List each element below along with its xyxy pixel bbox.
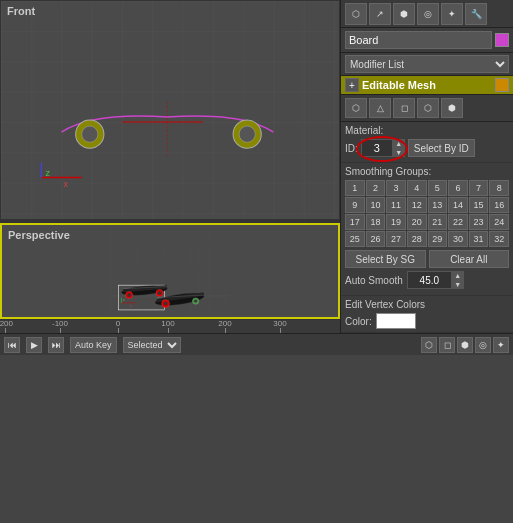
viewport-perspective[interactable]: Perspective z x bbox=[0, 223, 340, 319]
editable-mesh-icon bbox=[495, 78, 509, 92]
sg-btn-7[interactable]: 7 bbox=[469, 180, 489, 196]
ruler-label-0: -200 bbox=[0, 319, 13, 328]
bottom-icon-group: ⬡ ◻ ⬢ ◎ ✦ bbox=[421, 337, 509, 353]
material-row: ID: ▲ ▼ Select By ID bbox=[345, 139, 509, 157]
sg-btn-25[interactable]: 25 bbox=[345, 231, 365, 247]
svg-point-25 bbox=[158, 291, 162, 295]
sg-btn-21[interactable]: 21 bbox=[428, 214, 448, 230]
panel-icon-systems[interactable]: ✦ bbox=[441, 3, 463, 25]
viewport-area: Front z x bbox=[0, 0, 340, 333]
sub-icon-edge[interactable]: △ bbox=[369, 98, 391, 118]
sg-btn-11[interactable]: 11 bbox=[386, 197, 406, 213]
id-spinner-btns: ▲ ▼ bbox=[393, 139, 405, 157]
id-label: ID: bbox=[345, 143, 358, 154]
panel-icon-camera[interactable]: ⬢ bbox=[393, 3, 415, 25]
svg-point-31 bbox=[194, 300, 197, 303]
bottom-icon-3[interactable]: ⬢ bbox=[457, 337, 473, 353]
sg-btn-10[interactable]: 10 bbox=[366, 197, 386, 213]
sg-btn-12[interactable]: 12 bbox=[407, 197, 427, 213]
ruler-bar: -200 -100 0 100 200 300 bbox=[0, 319, 340, 333]
svg-text:z: z bbox=[45, 168, 50, 178]
bottom-icon-1[interactable]: ⬡ bbox=[421, 337, 437, 353]
select-by-id-button[interactable]: Select By ID bbox=[408, 139, 475, 157]
sg-btn-32[interactable]: 32 bbox=[489, 231, 509, 247]
properties-scroll[interactable]: Material: ID: ▲ ▼ bbox=[341, 122, 513, 333]
perspective-label: Perspective bbox=[8, 229, 70, 241]
editable-mesh-expand[interactable]: + bbox=[345, 78, 359, 92]
sg-btn-2[interactable]: 2 bbox=[366, 180, 386, 196]
sg-btn-29[interactable]: 29 bbox=[428, 231, 448, 247]
board-color-swatch[interactable] bbox=[495, 33, 509, 47]
bottom-icon-5[interactable]: ✦ bbox=[493, 337, 509, 353]
sg-btn-22[interactable]: 22 bbox=[448, 214, 468, 230]
sub-icon-element[interactable]: ⬢ bbox=[441, 98, 463, 118]
sg-btn-4[interactable]: 4 bbox=[407, 180, 427, 196]
sub-icon-face[interactable]: ◻ bbox=[393, 98, 415, 118]
auto-smooth-input[interactable] bbox=[407, 271, 452, 289]
sub-icon-poly[interactable]: ⬡ bbox=[417, 98, 439, 118]
sg-btn-15[interactable]: 15 bbox=[469, 197, 489, 213]
auto-smooth-spin-up[interactable]: ▲ bbox=[452, 271, 464, 280]
panel-icon-shapes[interactable]: ⬡ bbox=[345, 3, 367, 25]
viewport-front[interactable]: Front z x bbox=[0, 0, 340, 220]
sub-icon-vertex[interactable]: ⬡ bbox=[345, 98, 367, 118]
sg-btn-28[interactable]: 28 bbox=[407, 231, 427, 247]
board-name-input[interactable]: Board bbox=[345, 31, 492, 49]
clear-all-button[interactable]: Clear All bbox=[429, 250, 510, 268]
svg-point-9 bbox=[239, 126, 255, 142]
status-select[interactable]: Selected bbox=[123, 337, 181, 353]
modifier-list-select[interactable]: Modifier List bbox=[345, 55, 509, 73]
status-bar: ⏮ ▶ ⏭ Auto Key Selected ⬡ ◻ ⬢ ◎ ✦ bbox=[0, 333, 513, 355]
sg-btn-6[interactable]: 6 bbox=[448, 180, 468, 196]
svg-point-23 bbox=[127, 293, 131, 297]
sg-btn-27[interactable]: 27 bbox=[386, 231, 406, 247]
play-prev-btn[interactable]: ⏮ bbox=[4, 337, 20, 353]
sg-btn-13[interactable]: 13 bbox=[428, 197, 448, 213]
sg-btn-9[interactable]: 9 bbox=[345, 197, 365, 213]
sg-btn-1[interactable]: 1 bbox=[345, 180, 365, 196]
id-spin-up[interactable]: ▲ bbox=[393, 139, 405, 148]
modifier-list-row: Modifier List bbox=[341, 53, 513, 76]
ruler-label-2: 0 bbox=[116, 319, 120, 328]
front-label: Front bbox=[7, 5, 35, 17]
select-by-sg-button[interactable]: Select By SG bbox=[345, 250, 426, 268]
panel-icon-helpers[interactable]: ◎ bbox=[417, 3, 439, 25]
auto-key-button[interactable]: Auto Key bbox=[70, 337, 117, 353]
play-btn[interactable]: ▶ bbox=[26, 337, 42, 353]
right-panel: ⬡ ↗ ⬢ ◎ ✦ 🔧 Board Modifier List + bbox=[340, 0, 513, 333]
smoothing-section: Smoothing Groups: 1 2 3 4 5 6 7 8 9 10 1… bbox=[341, 163, 513, 296]
sg-btn-14[interactable]: 14 bbox=[448, 197, 468, 213]
sg-btn-3[interactable]: 3 bbox=[386, 180, 406, 196]
sg-btn-19[interactable]: 19 bbox=[386, 214, 406, 230]
auto-smooth-spin-down[interactable]: ▼ bbox=[452, 280, 464, 289]
board-name-row: Board bbox=[341, 28, 513, 53]
sg-btn-8[interactable]: 8 bbox=[489, 180, 509, 196]
panel-icon-tools[interactable]: 🔧 bbox=[465, 3, 487, 25]
id-input[interactable] bbox=[361, 139, 393, 157]
bottom-icon-2[interactable]: ◻ bbox=[439, 337, 455, 353]
play-next-btn[interactable]: ⏭ bbox=[48, 337, 64, 353]
smoothing-grid: 1 2 3 4 5 6 7 8 9 10 11 12 13 14 bbox=[345, 180, 509, 247]
sg-btn-16[interactable]: 16 bbox=[489, 197, 509, 213]
sg-btn-31[interactable]: 31 bbox=[469, 231, 489, 247]
sg-btn-18[interactable]: 18 bbox=[366, 214, 386, 230]
evc-color-row: Color: bbox=[345, 313, 509, 329]
evc-color-swatch[interactable] bbox=[376, 313, 416, 329]
ruler-label-3: 100 bbox=[161, 319, 174, 328]
sg-btn-5[interactable]: 5 bbox=[428, 180, 448, 196]
sg-btn-20[interactable]: 20 bbox=[407, 214, 427, 230]
sg-btn-23[interactable]: 23 bbox=[469, 214, 489, 230]
evc-color-label: Color: bbox=[345, 316, 372, 327]
sg-btn-30[interactable]: 30 bbox=[448, 231, 468, 247]
material-section: Material: ID: ▲ ▼ bbox=[341, 122, 513, 163]
panel-icon-bar: ⬡ ↗ ⬢ ◎ ✦ 🔧 bbox=[341, 0, 513, 28]
auto-smooth-input-wrap: ▲ ▼ bbox=[407, 271, 464, 289]
svg-text:x: x bbox=[64, 179, 69, 189]
id-field-wrap: ▲ ▼ bbox=[361, 139, 405, 157]
sg-btn-26[interactable]: 26 bbox=[366, 231, 386, 247]
id-spin-down[interactable]: ▼ bbox=[393, 148, 405, 157]
sg-btn-17[interactable]: 17 bbox=[345, 214, 365, 230]
sg-btn-24[interactable]: 24 bbox=[489, 214, 509, 230]
panel-icon-lights[interactable]: ↗ bbox=[369, 3, 391, 25]
bottom-icon-4[interactable]: ◎ bbox=[475, 337, 491, 353]
